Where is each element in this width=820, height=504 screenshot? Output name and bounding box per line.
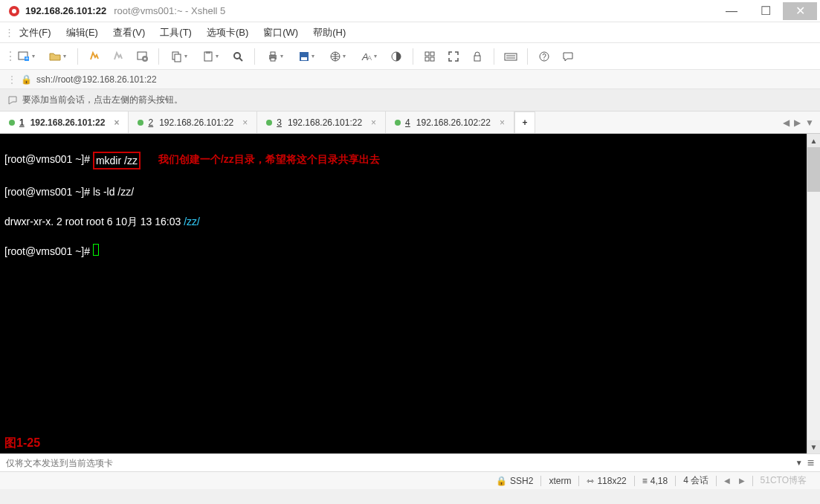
svg-line-13 [239,58,242,61]
copy-button[interactable]: ▾ [165,46,193,67]
lock-icon: 🔒 [21,74,32,85]
toolbar-separator [158,48,159,65]
maximize-button[interactable]: ☐ [749,2,783,20]
tile-button[interactable] [419,46,440,67]
chat-button[interactable] [558,46,578,67]
status-dot-icon [138,120,143,126]
session-tab-2[interactable]: 2 192.168.26.101:22 × [129,112,257,133]
disconnect-button[interactable] [108,46,129,67]
globe-button[interactable]: ▾ [323,46,352,67]
status-protocol: SSH2 [510,476,533,486]
keyboard-button[interactable] [500,46,521,67]
svg-rect-27 [474,56,480,61]
status-position: 4,18 [650,476,668,486]
svg-rect-28 [505,54,517,60]
svg-text:+: + [25,55,29,62]
svg-text:A: A [367,54,372,62]
color-scheme-button[interactable] [386,46,407,67]
tab-number: 2 [148,117,153,128]
add-tab-button[interactable]: + [514,112,535,133]
annotation-text: 我们创建一个/zz目录，希望将这个目录共享出去 [158,152,380,169]
menu-tabs[interactable]: 选项卡(B) [199,25,256,41]
new-session-button[interactable]: +▾ [12,46,40,67]
reconnect-button[interactable] [84,46,105,67]
size-icon: ⇿ [587,476,594,486]
window-title-main: 192.168.26.101:22 [25,5,106,16]
tab-number: 4 [405,117,410,128]
watermark-text: 51CTO博客 [753,474,814,487]
terminal-container: [root@vms001 ~]# mkdir /zz我们创建一个/zz目录，希望… [0,134,820,453]
session-tab-1[interactable]: 1 192.168.26.101:22 × [0,112,129,133]
tip-icon[interactable] [7,95,18,106]
figure-label: 图1-25 [4,436,40,450]
menu-view[interactable]: 查看(V) [106,25,152,41]
print-button[interactable]: ▾ [261,46,289,67]
status-size: 118x22 [597,476,626,486]
lock-button[interactable] [467,46,488,67]
tabs-menu-icon[interactable]: ▼ [805,117,814,128]
status-bar: 🔒SSH2 xterm ⇿118x22 ≡4,18 4 会话 ◀ ▶ 51CTO… [0,471,820,489]
toolbar-separator [494,48,494,65]
svg-rect-11 [206,51,210,54]
find-button[interactable] [227,46,248,67]
session-tab-4[interactable]: 4 192.168.26.102:22 × [386,112,514,133]
scroll-up-icon[interactable]: ▲ [807,134,820,147]
terminal-output: drwxr-xr-x. 2 root root 6 10月 13 16:03 [4,214,184,229]
lock-icon: 🔒 [496,476,507,486]
scroll-track[interactable] [807,192,820,440]
send-menu-icon[interactable]: ▼ [795,459,803,467]
address-url[interactable]: ssh://root@192.168.26.101:22 [36,74,813,85]
tab-number: 3 [277,117,282,128]
scroll-down-icon[interactable]: ▼ [807,440,820,453]
menu-help[interactable]: 帮助(H) [306,25,353,41]
pos-icon: ≡ [642,476,648,486]
tab-close-icon[interactable]: × [242,117,248,128]
toolbar-grip-icon: ⋮ [4,49,9,63]
send-options-icon[interactable]: ≡ [807,456,814,470]
menu-file[interactable]: 文件(F) [12,25,59,41]
terminal-command: ls -ld /zz/ [93,184,134,199]
send-text-input[interactable] [6,458,795,468]
send-text-bar: ▼ ≡ [0,453,820,471]
scroll-thumb[interactable] [807,147,820,192]
svg-point-12 [234,53,240,59]
status-term-type: xterm [549,476,571,486]
toolbar-separator [413,48,413,65]
app-icon [7,4,21,18]
menu-tools[interactable]: 工具(T) [152,25,199,41]
close-button[interactable]: ✕ [783,2,817,20]
menu-edit[interactable]: 编辑(E) [59,25,106,41]
tab-label: 192.168.26.102:22 [416,117,491,128]
terminal-prompt: [root@vms001 ~]# [4,152,93,169]
tab-close-icon[interactable]: × [500,117,505,128]
svg-rect-9 [175,54,181,62]
tabs-right-icon[interactable]: ▶ [794,117,801,128]
session-tab-3[interactable]: 3 192.168.26.101:22 × [257,112,386,133]
svg-rect-23 [425,52,429,56]
toolbar: ⋮ +▾ ▾ ▾ ▾ ▾ ▾ ▾ AA▾ ? [0,43,820,70]
open-session-button[interactable]: ▾ [43,46,71,67]
tab-close-icon[interactable]: × [371,117,376,128]
save-button[interactable]: ▾ [292,46,320,67]
toolbar-separator [77,48,78,65]
terminal-prompt: [root@vms001 ~]# [4,244,93,259]
font-button[interactable]: AA▾ [355,46,383,67]
minimize-button[interactable]: — [714,2,749,20]
menu-bar: ⋮ 文件(F) 编辑(E) 查看(V) 工具(T) 选项卡(B) 窗口(W) 帮… [0,22,820,43]
sessions-right-icon[interactable]: ▶ [739,476,745,485]
svg-rect-16 [271,58,275,61]
tabs-left-icon[interactable]: ◀ [783,117,790,128]
terminal[interactable]: [root@vms001 ~]# mkdir /zz我们创建一个/zz目录，希望… [0,134,807,453]
sessions-left-icon[interactable]: ◀ [724,476,730,485]
menu-window[interactable]: 窗口(W) [256,25,306,41]
properties-button[interactable] [132,46,152,67]
window-title-sub: root@vms001:~ - Xshell 5 [114,5,225,16]
tab-close-icon[interactable]: × [114,117,119,128]
svg-point-7 [144,57,146,59]
title-bar: 192.168.26.101:22 root@vms001:~ - Xshell… [0,0,820,22]
fullscreen-button[interactable] [443,46,464,67]
terminal-scrollbar[interactable]: ▲ ▼ [807,134,820,453]
help-button[interactable]: ? [534,46,555,67]
paste-button[interactable]: ▾ [196,46,225,67]
svg-rect-26 [430,57,434,61]
